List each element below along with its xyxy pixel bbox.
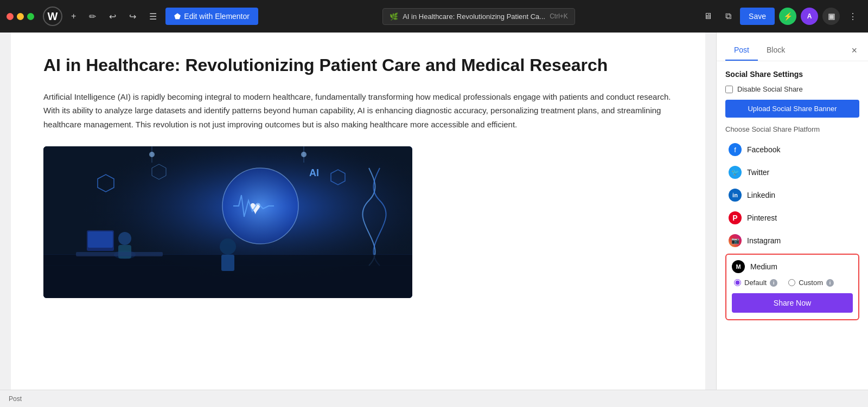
menu-icon[interactable]: ☰	[145, 8, 161, 25]
svg-rect-15	[221, 255, 234, 271]
panel-tabs: Post Block	[725, 40, 794, 61]
panel-body: Social Share Settings Disable Social Sha…	[717, 61, 868, 390]
facebook-icon: f	[729, 143, 742, 156]
default-radio-option[interactable]: Default i	[734, 279, 777, 287]
custom-info-icon[interactable]: i	[826, 279, 834, 287]
tab-post[interactable]: Post	[725, 40, 758, 61]
default-label: Default	[744, 279, 767, 287]
close-panel-button[interactable]: ×	[849, 43, 859, 59]
user-avatar[interactable]: A	[801, 8, 818, 25]
edit-pencil-icon[interactable]: ✏	[85, 8, 100, 25]
medium-icon: M	[732, 260, 745, 273]
twitter-icon: 🐦	[729, 166, 742, 179]
platform-row-linkedin[interactable]: in Linkedin	[725, 184, 859, 206]
custom-radio-input[interactable]	[788, 279, 795, 286]
custom-label: Custom	[799, 279, 823, 287]
disable-social-share-label: Disable Social Share	[737, 85, 803, 93]
bottom-bar-label: Post	[9, 395, 22, 403]
sidebar-toggle-icon[interactable]: ▣	[822, 8, 840, 25]
medium-radio-options: Default i Custom i	[732, 279, 853, 287]
redo-icon[interactable]: ↪	[125, 8, 141, 25]
custom-radio-option[interactable]: Custom i	[788, 279, 834, 287]
pinterest-icon: P	[729, 211, 742, 224]
lightning-icon[interactable]: ⚡	[779, 8, 796, 25]
disable-social-share-checkbox[interactable]	[725, 86, 733, 93]
save-button[interactable]: Save	[740, 8, 775, 25]
desktop-icon[interactable]: 🖥	[699, 8, 717, 24]
right-panel: Post Block × Social Share Settings Disab…	[716, 33, 868, 390]
tl-minimize[interactable]	[17, 13, 24, 20]
svg-point-22	[149, 152, 155, 157]
tl-close[interactable]	[7, 13, 14, 20]
external-link-icon[interactable]: ⧉	[721, 8, 736, 24]
svg-rect-17	[76, 252, 163, 256]
elementor-icon: ⬟	[174, 12, 181, 21]
linkedin-label: Linkedin	[747, 191, 775, 199]
leaf-icon: 🌿	[390, 12, 398, 21]
medium-label: Medium	[750, 262, 777, 271]
topbar: W + ✏ ↩ ↪ ☰ ⬟ Edit with Elementor 🌿 AI i…	[0, 0, 868, 33]
edit-elementor-label: Edit with Elementor	[184, 12, 250, 21]
platform-row-pinterest[interactable]: P Pinterest	[725, 207, 859, 229]
medium-section: M Medium Default i Custom i Share N	[725, 254, 859, 320]
linkedin-icon: in	[729, 189, 742, 202]
choose-platform-label: Choose Social Share Platform	[725, 125, 859, 133]
pinterest-label: Pinterest	[747, 214, 777, 222]
undo-icon[interactable]: ↩	[105, 8, 120, 25]
tl-fullscreen[interactable]	[27, 13, 34, 20]
instagram-label: Instagram	[747, 236, 781, 245]
main-layout: AI in Healthcare: Revolutionizing Patien…	[0, 33, 868, 390]
article-body: Artificial Intelligence (AI) is rapidly …	[43, 90, 673, 132]
svg-text:AI: AI	[309, 167, 319, 178]
bottom-bar: Post	[0, 390, 868, 407]
twitter-label: Twitter	[747, 168, 769, 177]
default-radio-input[interactable]	[734, 279, 741, 286]
svg-rect-13	[118, 245, 131, 259]
panel-header: Post Block ×	[717, 33, 868, 61]
traffic-lights	[7, 13, 34, 20]
share-now-button[interactable]: Share Now	[732, 293, 853, 313]
url-text: AI in Healthcare: Revolutionizing Patien…	[403, 12, 545, 21]
url-shortcut: Ctrl+K	[550, 12, 568, 20]
facebook-label: Facebook	[747, 145, 780, 154]
svg-point-14	[220, 238, 236, 255]
more-options-icon[interactable]: ⋮	[844, 8, 861, 25]
social-share-settings-title: Social Share Settings	[725, 70, 859, 79]
default-info-icon[interactable]: i	[770, 279, 777, 287]
platform-row-twitter[interactable]: 🐦 Twitter	[725, 161, 859, 183]
add-button[interactable]: +	[67, 8, 80, 24]
platform-row-facebook[interactable]: f Facebook	[725, 139, 859, 160]
article-image: ♥	[43, 146, 412, 298]
wp-logo[interactable]: W	[43, 7, 62, 26]
topbar-right: 🖥 ⧉ Save ⚡ A ▣ ⋮	[699, 8, 861, 25]
instagram-icon: 📷	[729, 234, 742, 247]
edit-elementor-button[interactable]: ⬟ Edit with Elementor	[165, 8, 258, 25]
upload-social-share-banner-button[interactable]: Upload Social Share Banner	[725, 100, 859, 118]
tab-block[interactable]: Block	[758, 40, 794, 61]
article-image-svg: ♥	[43, 146, 412, 298]
platform-row-instagram[interactable]: 📷 Instagram	[725, 230, 859, 251]
svg-point-12	[118, 232, 131, 245]
svg-rect-19	[88, 231, 113, 248]
page-content: AI in Healthcare: Revolutionizing Patien…	[11, 33, 705, 390]
url-bar[interactable]: 🌿 AI in Healthcare: Revolutionizing Pati…	[382, 8, 575, 25]
medium-row[interactable]: M Medium	[732, 260, 853, 273]
svg-point-23	[301, 152, 307, 157]
article-title: AI in Healthcare: Revolutionizing Patien…	[43, 54, 673, 77]
disable-social-share-row: Disable Social Share	[725, 85, 859, 93]
editor-area: AI in Healthcare: Revolutionizing Patien…	[0, 33, 716, 390]
